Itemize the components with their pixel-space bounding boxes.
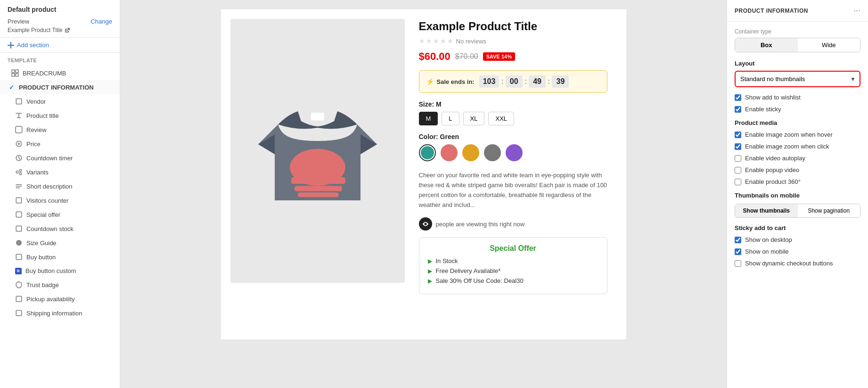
show-desktop-checkbox[interactable]: [735, 237, 741, 243]
sidebar-item-buy-button-custom[interactable]: B Buy button custom: [0, 264, 120, 278]
preview-link[interactable]: Example Product Title: [8, 27, 112, 33]
add-to-wishlist-checkbox[interactable]: [735, 94, 741, 101]
size-guide-icon: [15, 239, 23, 247]
timer-blocks: 103 : 00 : 49 : 39: [479, 75, 569, 88]
color-options: [419, 144, 607, 161]
star-5: ★: [447, 37, 453, 45]
product-media-label: Product media: [735, 119, 860, 126]
offer-arrow-1: ▶: [428, 258, 432, 264]
star-2: ★: [426, 37, 432, 45]
sidebar-item-variants[interactable]: Variants: [0, 165, 120, 179]
size-btn-xl[interactable]: XL: [463, 112, 485, 125]
variants-icon: [15, 168, 23, 176]
sidebar-item-special-offer[interactable]: Special offer: [0, 207, 120, 222]
timer-minutes: 00: [506, 75, 523, 88]
sidebar-item-product-title[interactable]: Product title: [0, 108, 120, 123]
sidebar-item-review[interactable]: Review: [0, 123, 120, 137]
zoom-click-checkbox[interactable]: [735, 143, 741, 150]
timer-sep-1: :: [501, 77, 503, 86]
checkbox-dynamic-checkout: Show dynamic checkout buttons: [735, 260, 860, 267]
timer-sep-2: :: [524, 77, 527, 86]
sidebar-item-shipping-information[interactable]: Shipping information: [0, 306, 120, 320]
sidebar-item-price[interactable]: Price: [0, 137, 120, 151]
product-tshirt-svg: [252, 85, 384, 217]
show-thumbnails-button[interactable]: Show thumbnails: [735, 204, 798, 217]
product-360-checkbox[interactable]: [735, 179, 741, 185]
sidebar-header: Default product Preview Change Example P…: [0, 0, 120, 38]
sidebar-item-trust-badge[interactable]: Trust badge: [0, 278, 120, 292]
svg-rect-12: [16, 212, 21, 217]
size-btn-m[interactable]: M: [419, 112, 438, 125]
svg-rect-18: [311, 113, 324, 121]
dynamic-checkout-checkbox[interactable]: [735, 260, 741, 267]
sidebar-item-label: Countdown timer: [26, 155, 112, 162]
color-swatch-red[interactable]: [441, 144, 458, 161]
layout-select[interactable]: Standard no thumbnails Grid Slider Thumb…: [736, 72, 860, 86]
show-desktop-label: Show on desktop: [745, 236, 792, 243]
product-360-label: Enable product 360°: [745, 178, 801, 185]
show-mobile-label: Show on mobile: [745, 248, 789, 255]
sale-timer-label: ⚡ Sale ends in:: [426, 78, 475, 85]
sidebar-item-label: Pickup availability: [26, 296, 112, 303]
lines-icon: [15, 182, 23, 190]
sidebar-item-countdown-stock[interactable]: Countdown stock: [0, 222, 120, 236]
sidebar-item-pickup-availability[interactable]: Pickup availability: [0, 292, 120, 306]
save-badge: SAVE 14%: [483, 52, 515, 61]
shield-icon: [15, 281, 23, 289]
sidebar-list: BREADCRUMB ✓ PRODUCT INFORMATION Vendor …: [0, 66, 120, 388]
layout-section: Layout Standard no thumbnails Grid Slide…: [735, 60, 860, 87]
main-preview: Example Product Title ★ ★ ★ ★ ★ No revie…: [120, 0, 727, 388]
size-btn-xxl[interactable]: XXL: [488, 112, 514, 125]
more-options-button[interactable]: ···: [853, 6, 860, 16]
template-label: Template: [0, 53, 120, 66]
popup-video-checkbox[interactable]: [735, 167, 741, 173]
sidebar-item-countdown-timer[interactable]: Countdown timer: [0, 151, 120, 165]
preview-change-button[interactable]: Change: [90, 18, 112, 25]
right-panel-header: PRODUCT INFORMATION ···: [727, 0, 868, 22]
checkbox-show-desktop: Show on desktop: [735, 236, 860, 243]
svg-rect-5: [16, 126, 22, 133]
offer-item-2: ▶ Free Delivery Available*: [428, 267, 598, 274]
bolt-icon: ⚡: [426, 78, 434, 85]
color-swatch-gray[interactable]: [484, 144, 501, 161]
sidebar-item-vendor[interactable]: Vendor: [0, 94, 120, 108]
enable-sticky-checkbox[interactable]: [735, 106, 741, 113]
sidebar-item-label: Product title: [26, 112, 112, 119]
dynamic-checkout-label: Show dynamic checkout buttons: [745, 260, 833, 267]
sidebar-item-size-guide[interactable]: Size Guide: [0, 236, 120, 250]
svg-point-14: [16, 240, 22, 246]
grid-icon: [11, 69, 19, 77]
sidebar-item-label: Trust badge: [26, 281, 112, 289]
product-description: Cheer on your favorite red and white tea…: [419, 171, 607, 210]
sale-timer: ⚡ Sale ends in: 103 : 00 : 49 : 39: [419, 70, 607, 93]
size-label: Size: M: [419, 100, 607, 108]
show-pagination-button[interactable]: Show pagination: [798, 204, 860, 217]
sidebar-item-short-description[interactable]: Short description: [0, 179, 120, 193]
size-btn-l[interactable]: L: [442, 112, 459, 125]
svg-rect-16: [16, 296, 21, 301]
color-swatch-purple[interactable]: [506, 144, 523, 161]
svg-rect-1: [16, 70, 18, 73]
svg-point-9: [19, 169, 22, 172]
checkbox-wishlist: Show add to wishlist: [735, 94, 860, 101]
zoom-hover-checkbox[interactable]: [735, 132, 741, 138]
special-offer-box: Special Offer ▶ In Stock ▶ Free Delivery…: [419, 237, 607, 294]
color-swatch-gold[interactable]: [462, 144, 479, 161]
add-section-button[interactable]: Add section: [0, 38, 120, 53]
container-box-button[interactable]: Box: [735, 38, 798, 52]
sidebar-item-visitors-counter[interactable]: Visitors counter: [0, 193, 120, 207]
product-image-area: [230, 19, 409, 294]
color-swatch-teal[interactable]: [419, 144, 436, 161]
sidebar-item-product-information[interactable]: ✓ PRODUCT INFORMATION: [0, 80, 120, 94]
price-row: $60.00 $70.00 SAVE 14%: [419, 50, 607, 63]
sidebar-item-buy-button[interactable]: Buy button: [0, 250, 120, 264]
video-autoplay-checkbox[interactable]: [735, 155, 741, 162]
zoom-hover-label: Enable image zoom when hover: [745, 131, 833, 138]
sidebar-item-label: Price: [26, 140, 112, 148]
container-wide-button[interactable]: Wide: [798, 38, 860, 52]
svg-rect-21: [295, 186, 342, 191]
show-mobile-checkbox[interactable]: [735, 248, 741, 255]
star-3: ★: [433, 37, 439, 45]
sidebar-item-breadcrumb[interactable]: BREADCRUMB: [0, 66, 120, 80]
timer-hours: 103: [479, 75, 500, 88]
